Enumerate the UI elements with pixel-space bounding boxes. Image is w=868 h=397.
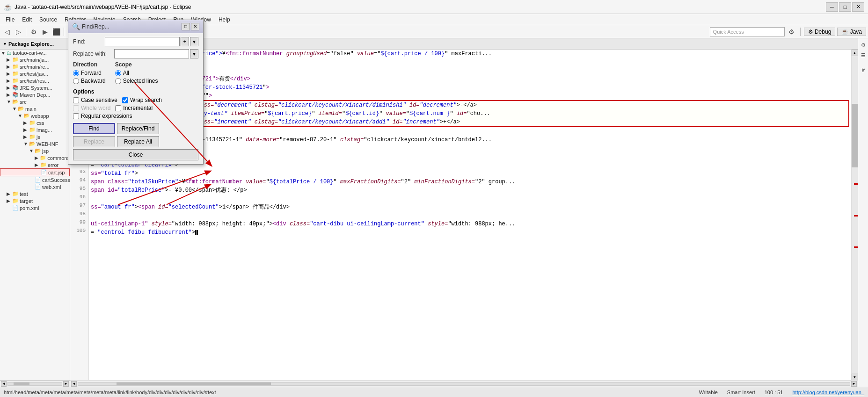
- tree-item-main[interactable]: ▼ 📂 main: [0, 105, 70, 112]
- maximize-button[interactable]: □: [839, 2, 851, 12]
- menu-source[interactable]: Source: [36, 15, 61, 24]
- hscroll-track[interactable]: [78, 382, 850, 386]
- toolbar-stop-btn[interactable]: ⬛: [51, 27, 61, 37]
- right-icon-2[interactable]: ☰: [859, 51, 868, 60]
- replace-input-row: ▼: [114, 49, 198, 58]
- tree-item-pom[interactable]: 📄 pom.xml: [0, 204, 70, 211]
- dialog-close-btn[interactable]: ✕: [191, 23, 199, 30]
- replace-input[interactable]: [114, 49, 189, 58]
- java-perspective-btn[interactable]: ☕ Java: [837, 28, 866, 36]
- quick-access-box[interactable]: Quick Access: [710, 27, 785, 36]
- vscroll-up[interactable]: ▲: [852, 50, 858, 56]
- window-controls[interactable]: ─ □ ✕: [826, 2, 864, 12]
- close-button[interactable]: Close: [73, 149, 198, 160]
- dialog-minimize-btn[interactable]: □: [182, 23, 190, 30]
- code-line: [91, 211, 849, 220]
- tree-item-test[interactable]: ▶ 📁 test: [0, 190, 70, 197]
- tree-item-jre[interactable]: ▶ 📚 JRE System...: [0, 84, 70, 91]
- radio-forward[interactable]: Forward: [73, 70, 106, 76]
- package-explorer-label: Package Explore...: [8, 41, 54, 47]
- tree-item-js[interactable]: ▶ 📁 js: [0, 133, 70, 140]
- tree-item-error[interactable]: ▶ 📁 error: [0, 161, 70, 168]
- tree-arrow: ▶: [7, 57, 12, 62]
- vscroll-track[interactable]: [852, 56, 858, 374]
- folder-icon: 📂: [12, 99, 19, 105]
- tree-item-images[interactable]: ▶ 📁 imag...: [0, 126, 70, 133]
- menu-help[interactable]: Help: [215, 15, 234, 24]
- status-link[interactable]: http://blog.csdn.net/yerenyuan_: [793, 390, 865, 395]
- minimize-button[interactable]: ─: [826, 2, 838, 12]
- all-label: All: [123, 70, 129, 76]
- title-bar: ☕ Java - taotao-cart-web/src/main/webapp…: [0, 0, 868, 14]
- find-button[interactable]: Find: [73, 123, 115, 134]
- tree-item-project[interactable]: ▼ 🗂 taotao-cart-w...: [0, 50, 70, 56]
- hscroll-track[interactable]: [7, 382, 62, 386]
- tree-item-src-test-res[interactable]: ▶ 📁 src/test/res...: [0, 77, 70, 84]
- right-icon-3[interactable]: Ju: [859, 61, 868, 79]
- tree-item-target[interactable]: ▶ 📁 target: [0, 197, 70, 204]
- toolbar-run-btn[interactable]: ▶: [40, 27, 50, 37]
- radio-selected[interactable]: Selected lines: [115, 78, 158, 84]
- code-line: ass="cell p-quantity" for-stock="for-sto…: [91, 83, 849, 92]
- tree-item-cart-jsp[interactable]: 📄 cart.jsp: [0, 168, 70, 176]
- hscroll-left[interactable]: ◄: [71, 381, 77, 387]
- options-title: Options: [73, 88, 198, 95]
- find-input[interactable]: [105, 37, 180, 46]
- right-icons-strip: ⚙ ☰ Ju: [858, 38, 868, 387]
- toolbar-debug-btn[interactable]: ⚙: [29, 27, 39, 37]
- package-explorer-header: ▼ Package Explore...: [0, 38, 70, 50]
- tree-item-src-main-re[interactable]: ▶ 📁 src/main/re...: [0, 63, 70, 70]
- tree-item-jsp[interactable]: ▼ 📂 jsp: [0, 147, 70, 154]
- find-replace-dialog: 🔍 Find/Rep... □ ✕ Find: + ▼: [68, 20, 204, 165]
- sidebar-hscroll[interactable]: ◄ ►: [0, 380, 70, 387]
- tree-item-webapp[interactable]: ▼ 📂 webapp: [0, 112, 70, 119]
- hscroll-right[interactable]: ►: [851, 381, 857, 387]
- toolbar-settings-icon[interactable]: ⚙: [787, 27, 797, 37]
- debug-perspective-btn[interactable]: ⚙ Debug: [804, 28, 836, 36]
- vertical-scrollbar[interactable]: ▲ ▼: [851, 50, 858, 380]
- cb-wrap-search[interactable]: Wrap search: [122, 97, 162, 103]
- radio-backward[interactable]: Backward: [73, 78, 106, 84]
- folder-icon: 📁: [29, 134, 36, 140]
- tree-label: cartSuccess.jsp: [42, 177, 70, 183]
- radio-all[interactable]: All: [115, 70, 158, 76]
- scope-group: Scope All Selected lines: [115, 61, 158, 86]
- sidebar-collapse-icon[interactable]: ▼: [3, 42, 7, 46]
- hscroll-left[interactable]: ◄: [1, 381, 7, 387]
- scope-title: Scope: [115, 61, 158, 68]
- tree-item-css[interactable]: ▶ 📁 css: [0, 119, 70, 126]
- replace-dropdown-btn[interactable]: ▼: [190, 49, 198, 58]
- tree-item-src-test-jav[interactable]: ▶ 📁 src/test/jav...: [0, 70, 70, 77]
- tree-item-maven[interactable]: ▶ 📚 Maven Dep...: [0, 91, 70, 98]
- cb-whole-word[interactable]: Whole word: [73, 105, 110, 111]
- cb-incremental[interactable]: Incremental: [115, 105, 153, 111]
- tree-item-cartsuccess[interactable]: 📄 cartSuccess.jsp: [0, 176, 70, 183]
- status-link-anchor[interactable]: http://blog.csdn.net/yerenyuan_: [793, 390, 865, 395]
- replace-find-button[interactable]: Replace/Find: [117, 123, 159, 134]
- find-plus-btn[interactable]: +: [181, 37, 189, 46]
- right-icon-1[interactable]: ⚙: [859, 40, 868, 50]
- replace-button[interactable]: Replace: [73, 136, 115, 147]
- menu-file[interactable]: File: [2, 15, 18, 24]
- replace-all-button[interactable]: Replace All: [117, 136, 159, 147]
- cb-case-sensitive[interactable]: Case sensitive: [73, 97, 117, 103]
- toolbar-back-btn[interactable]: ◁: [2, 27, 12, 37]
- find-dropdown-btn[interactable]: ▼: [190, 37, 198, 46]
- tree-item-webinf[interactable]: ▼ 📂 WEB-INF: [0, 140, 70, 147]
- toolbar-forward-btn[interactable]: ▷: [13, 27, 23, 37]
- tree-item-webxml[interactable]: 📄 web.xml: [0, 183, 70, 190]
- error-marker: [854, 246, 858, 248]
- find-field: Find: + ▼: [73, 37, 198, 46]
- menu-edit[interactable]: Edit: [18, 15, 36, 24]
- editor-hscroll[interactable]: ◄ ►: [70, 380, 858, 387]
- tree-item-src[interactable]: ▼ 📂 src: [0, 98, 70, 105]
- cb-regex[interactable]: Regular expressions: [73, 113, 132, 119]
- tree-arrow: ▶: [7, 78, 12, 83]
- hscroll-right[interactable]: ►: [63, 381, 69, 387]
- tree-arrow: ▶: [7, 191, 12, 196]
- tree-item-src-main-ja[interactable]: ▶ 📁 src/main/ja...: [0, 56, 70, 63]
- tree-item-commons[interactable]: ▶ 📁 commons: [0, 154, 70, 161]
- close-button[interactable]: ✕: [852, 2, 864, 12]
- vscroll-down[interactable]: ▼: [852, 374, 858, 380]
- dialog-controls[interactable]: □ ✕: [182, 23, 199, 30]
